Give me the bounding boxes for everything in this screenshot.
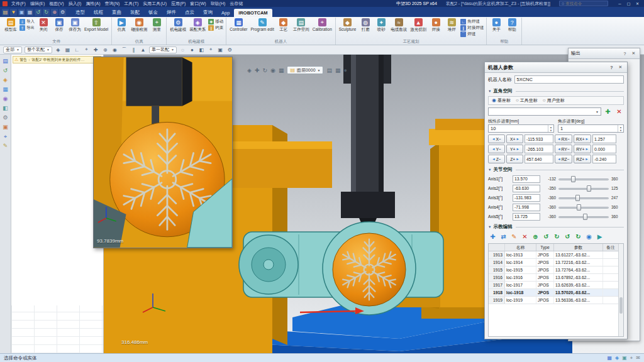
ribbon-button[interactable]: ◈装配关系: [188, 18, 207, 32]
menu-item[interactable]: 帮助(H): [211, 1, 226, 7]
ribbon-button[interactable]: ▣保存为: [67, 18, 82, 32]
snap-status-icon[interactable]: ◈: [615, 355, 619, 361]
ribbon-button[interactable]: ◍打磨: [358, 18, 373, 32]
rotate-z-icon[interactable]: ↺: [563, 233, 572, 241]
ribbon-tab[interactable]: 造型: [71, 8, 89, 17]
note-icon[interactable]: ✎: [2, 142, 9, 150]
ribbon-button[interactable]: ∥对接焊缝: [460, 25, 484, 31]
jog-rot-value-field[interactable]: -0.240: [592, 155, 616, 163]
render-icon[interactable]: ●: [344, 67, 347, 74]
jog-rot-pos-button[interactable]: RX+►: [574, 134, 591, 143]
ribbon-tab[interactable]: 线框: [89, 8, 108, 17]
ribbon-button[interactable]: ◆Sculpture: [338, 18, 357, 32]
grid-toggle-icon[interactable]: ▦: [335, 67, 341, 74]
select-filter-icon[interactable]: ◈: [55, 47, 62, 53]
ribbon-tab[interactable]: App: [217, 9, 234, 17]
play-icon[interactable]: ▶: [595, 233, 604, 241]
jog-rot-value-field[interactable]: 1.257: [592, 134, 616, 143]
axis-value-field[interactable]: -71.998: [513, 204, 540, 211]
table-row[interactable]: 1913loc-1913JPOS13.61227,-63.62...: [489, 251, 618, 259]
ribbon-tab[interactable]: 焊件: [162, 8, 180, 17]
axis-value-field[interactable]: -131.983: [513, 194, 540, 202]
ribbon-button[interactable]: ⚙机电建模: [169, 18, 187, 32]
jog-rot-pos-button[interactable]: RY+►: [574, 145, 591, 153]
ribbon-tab[interactable]: IROBOTCAM: [234, 9, 272, 17]
jog-pos-button[interactable]: Z+►: [506, 155, 523, 163]
menu-item[interactable]: 编辑(E): [30, 1, 45, 7]
ribbon-button[interactable]: ▤模型库: [3, 18, 18, 32]
menu-item[interactable]: 文件(F): [11, 1, 26, 7]
robot-parameters-panel[interactable]: 机器人参数 ? ✕ 机器人名称 5XCNC ▼ 直角空间 ◉基座标○工具坐标○用…: [484, 62, 628, 339]
menu-item[interactable]: 属性(A): [86, 1, 100, 7]
move-icon[interactable]: ✚: [488, 233, 497, 241]
redo-icon[interactable]: ↻: [43, 9, 50, 16]
ribbon-button[interactable]: ⌖测量: [149, 18, 164, 32]
slider-thumb[interactable]: [575, 195, 580, 201]
ribbon-button[interactable]: ▲激光切割: [409, 18, 428, 32]
pick-edge-icon[interactable]: ∟: [74, 47, 80, 53]
select-arrow-icon[interactable]: ◈: [247, 67, 252, 74]
layer-status-icon[interactable]: ▣: [622, 355, 627, 361]
filter-dropdown[interactable]: 整个装配▼: [25, 47, 52, 53]
ribbon-tab[interactable]: 直曲: [108, 8, 126, 17]
tools-icon[interactable]: ⚙: [2, 114, 9, 121]
camera-icon[interactable]: ▣: [217, 47, 224, 53]
radio-option[interactable]: ○工具坐标: [516, 97, 538, 104]
output-help-button[interactable]: ?: [621, 50, 628, 57]
jog-rot-neg-button[interactable]: ◄RZ−: [555, 155, 572, 163]
save-icon[interactable]: ▣: [18, 9, 25, 16]
manager-panel[interactable]: ⚠ 警告：'装配2' 中检测到未更新的组件…: [11, 55, 104, 353]
library-icon[interactable]: ▣: [2, 123, 9, 131]
ribbon-button[interactable]: ●关于: [489, 18, 504, 32]
spinner-arrows-icon[interactable]: ▲▼: [548, 125, 553, 132]
ribbon-button[interactable]: ✕关闭: [36, 18, 51, 32]
pick-point-icon[interactable]: ⌖: [83, 47, 90, 53]
table-row[interactable]: 1919loc-1919JPOS13.56336,-63.62...: [489, 297, 618, 304]
tangent-icon[interactable]: ⌒: [121, 47, 128, 53]
fit-view-icon[interactable]: ▦: [279, 67, 284, 74]
ribbon-tab[interactable]: 点云: [180, 8, 199, 17]
pose-combo[interactable]: ▼: [488, 107, 601, 116]
ribbon-button[interactable]: ◆工艺: [276, 18, 291, 32]
ribbon-button[interactable]: ≋堆焊: [444, 18, 459, 32]
undo-icon[interactable]: ↺: [35, 9, 42, 16]
filter-dropdown[interactable]: 全部▼: [3, 47, 22, 53]
spinner-arrows-icon[interactable]: ▲▼: [618, 125, 623, 132]
ribbon-tab[interactable]: 钣金: [144, 8, 162, 17]
ribbon-button[interactable]: ◉碰撞检测: [130, 18, 148, 32]
table-row[interactable]: 1914loc-1914JPOS13.72216,-63.62...: [489, 259, 618, 266]
pan-icon[interactable]: ✚: [255, 67, 260, 74]
jog-icon[interactable]: ⇄: [499, 233, 508, 241]
table-scrollbar[interactable]: [618, 244, 623, 336]
slider-thumb[interactable]: [577, 204, 581, 211]
ribbon-button[interactable]: ✎Program edit: [249, 18, 275, 32]
pick-face-icon[interactable]: ▦: [64, 47, 71, 53]
radio-option[interactable]: ○用户坐标: [543, 97, 565, 104]
history-icon[interactable]: ↺: [2, 67, 9, 74]
section-teach[interactable]: ▼ 示教编辑: [488, 223, 624, 231]
magnifier-inset[interactable]: 93.7839mm: [93, 57, 233, 248]
edit-icon[interactable]: ✎: [509, 233, 519, 241]
midpoint-icon[interactable]: ◉: [111, 47, 118, 53]
menu-item[interactable]: 实用工具(U): [143, 1, 167, 7]
ribbon-button[interactable]: ∟角焊缝: [460, 19, 484, 25]
jog-neg-button[interactable]: ◄X−: [488, 134, 505, 143]
ribbon-button[interactable]: ∥约束: [208, 25, 224, 31]
ribbon-button[interactable]: ▤工作空间: [292, 18, 311, 32]
table-row[interactable]: 1918loc-1918JPOS13.57020,-63.62...: [489, 289, 618, 297]
menu-item[interactable]: 云存储: [230, 1, 243, 7]
radio-option[interactable]: ◉基座标: [492, 97, 511, 104]
ribbon-tab[interactable]: 查询: [199, 8, 217, 17]
table-row[interactable]: 1916loc-1916JPOS13.67892,-63.62...: [489, 274, 618, 282]
axis-value-field[interactable]: -63.630: [513, 185, 540, 192]
print-icon[interactable]: ▦: [26, 9, 33, 16]
views-icon[interactable]: ◉: [2, 95, 9, 102]
rotate-x-icon[interactable]: ↺: [541, 233, 551, 241]
ribbon-button[interactable]: ✦喷砂: [374, 18, 389, 32]
slider-thumb[interactable]: [571, 176, 575, 182]
jog-rot-pos-button[interactable]: RZ+►: [574, 155, 591, 163]
ribbon-button[interactable]: ⇩导入: [19, 19, 35, 25]
ribbon-button[interactable]: ⇧导出: [19, 25, 35, 31]
linear-step-input[interactable]: 10 ▲▼: [488, 124, 554, 133]
axis-value-field[interactable]: 13.725: [513, 213, 540, 221]
